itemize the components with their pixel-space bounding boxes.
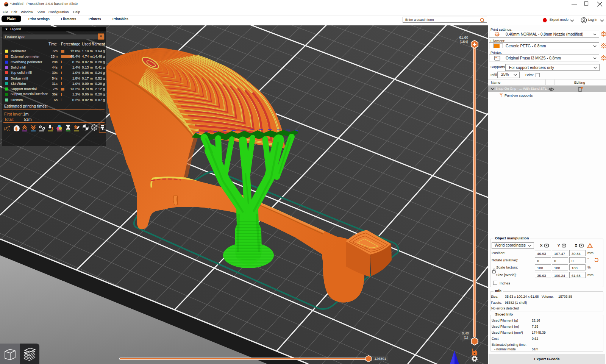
svg-text:(154): (154) (460, 39, 468, 44)
svg-text:126891: 126891 (374, 356, 386, 361)
svg-text:61.60: 61.60 (459, 35, 468, 39)
svg-text:(1): (1) (464, 335, 468, 339)
svg-text:0.40: 0.40 (462, 331, 469, 335)
